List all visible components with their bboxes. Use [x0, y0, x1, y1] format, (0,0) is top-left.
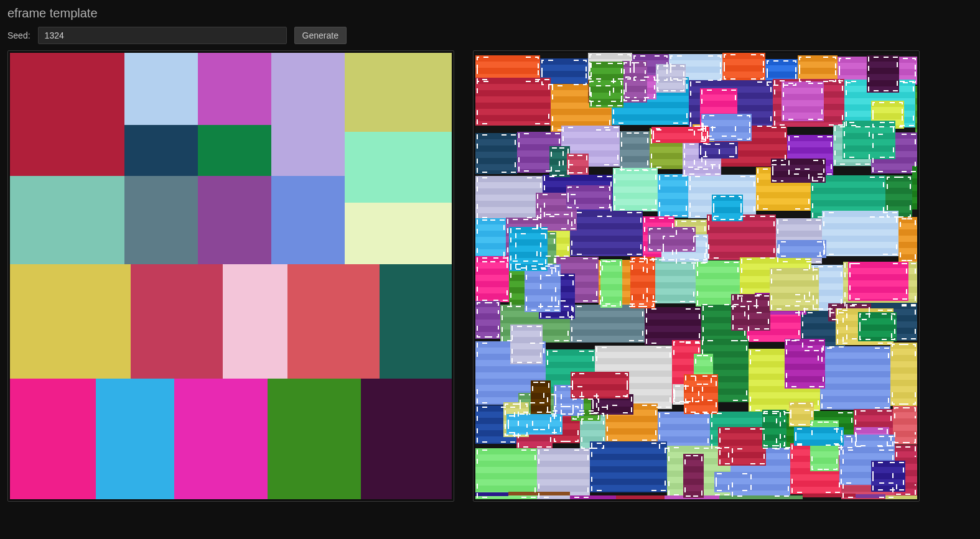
right-panel [473, 50, 920, 502]
generate-button[interactable]: Generate [294, 27, 347, 44]
controls-row: Seed: Generate [7, 27, 973, 44]
left-canvas [10, 53, 452, 499]
right-canvas [475, 53, 917, 499]
seed-input[interactable] [38, 27, 287, 44]
left-panel [7, 50, 454, 502]
seed-label: Seed: [7, 30, 30, 40]
page-title: eframe template [7, 6, 973, 21]
